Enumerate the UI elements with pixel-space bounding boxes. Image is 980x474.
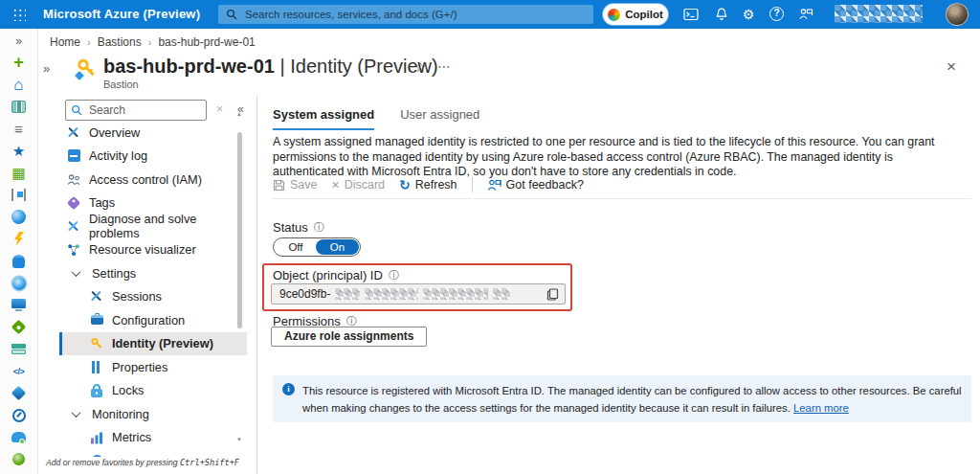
create-resource-icon[interactable]: +	[11, 55, 27, 71]
account-name-redacted[interactable]	[835, 5, 923, 23]
resource-groups-icon[interactable]	[11, 187, 27, 203]
chevron-down-icon	[69, 407, 82, 420]
azure-role-assignments-button[interactable]: Azure role assignments	[271, 327, 427, 347]
app-services-globe-icon[interactable]	[11, 209, 27, 225]
dashboard-icon[interactable]	[11, 99, 27, 115]
close-icon[interactable]: ×	[947, 57, 956, 77]
all-resources-icon[interactable]: ▦	[11, 165, 27, 181]
copy-icon[interactable]	[546, 288, 559, 301]
function-app-lightning-icon[interactable]	[11, 231, 27, 247]
scroll-down-icon[interactable]: ▼	[235, 437, 243, 442]
sidebar-item-logs[interactable]: Logs	[38, 449, 247, 457]
sidebar-item-configuration[interactable]: Configuration	[38, 308, 247, 332]
sidebar-item-resource-visualizer[interactable]: Resource visualizer	[38, 238, 247, 262]
sidebar-item-activity-log[interactable]: Activity log	[38, 145, 247, 169]
description-text: A system assigned managed identity is re…	[273, 135, 947, 180]
sidebar-item-locks[interactable]: Locks	[38, 379, 247, 403]
favorite-star-icon[interactable]: ☆	[414, 59, 427, 75]
menu-items: Overview Activity log Access control (IA…	[38, 121, 247, 457]
favorites-star-icon[interactable]: ★	[11, 143, 27, 159]
sidebar-item-sessions[interactable]: Sessions	[38, 285, 247, 309]
copilot-icon	[608, 9, 620, 21]
global-search-input[interactable]	[218, 5, 593, 24]
toggle-on-option[interactable]: On	[316, 239, 359, 255]
metrics-icon	[90, 431, 103, 444]
page-title: bas-hub-prd-we-01 | Identity (Preview)	[103, 56, 438, 78]
diagnose-icon	[67, 219, 80, 233]
refresh-button[interactable]: ↻ Refresh	[399, 178, 457, 192]
status-toggle[interactable]: Off On	[273, 237, 361, 257]
entra-id-icon[interactable]	[11, 385, 27, 401]
sidebar-section-monitoring[interactable]: Monitoring	[38, 402, 247, 426]
app-title[interactable]: Microsoft Azure (Preview)	[43, 7, 200, 21]
rail-expand-icon[interactable]: »	[11, 33, 27, 49]
settings-gear-icon[interactable]: ⚙	[741, 7, 756, 22]
banner-text: This resource is registered with Microso…	[302, 385, 962, 414]
sidebar-item-overview[interactable]: Overview	[38, 121, 247, 145]
top-bar: Microsoft Azure (Preview) Copilot ⚙ ?	[0, 0, 980, 29]
resource-name: bas-hub-prd-we-01	[103, 56, 275, 77]
breadcrumb: Home › Bastions › bas-hub-prd-we-01	[50, 35, 256, 49]
storage-account-icon[interactable]	[11, 341, 27, 357]
notifications-bell-icon[interactable]	[714, 7, 729, 22]
cloud-shell-icon[interactable]	[683, 7, 699, 22]
breadcrumb-resource[interactable]: bas-hub-prd-we-01	[158, 35, 255, 49]
sql-database-icon[interactable]	[11, 253, 27, 269]
waffle-menu-icon[interactable]	[12, 8, 26, 21]
info-icon[interactable]: ⓘ	[314, 222, 324, 233]
tags-icon	[67, 196, 80, 210]
sidebar-item-metrics[interactable]: Metrics	[38, 426, 247, 450]
got-feedback-button[interactable]: Got feedback?	[487, 178, 584, 192]
info-icon[interactable]: ⓘ	[389, 270, 399, 281]
menu-search-input[interactable]	[65, 100, 207, 121]
sessions-icon	[90, 290, 103, 304]
toggle-off-option[interactable]: Off	[274, 238, 318, 256]
discard-button[interactable]: × Discard	[332, 178, 386, 192]
cosmos-db-icon[interactable]	[11, 275, 27, 291]
sidebar-section-settings[interactable]: Settings	[38, 261, 247, 285]
resource-visualizer-icon	[67, 243, 80, 257]
breadcrumb-bastions[interactable]: Bastions	[98, 35, 142, 49]
all-services-icon[interactable]: ≡	[11, 121, 27, 137]
monitor-gauge-icon[interactable]	[11, 407, 27, 423]
breadcrumb-separator: ›	[87, 36, 91, 48]
learn-more-link[interactable]: Learn more	[793, 402, 849, 414]
clear-search-icon[interactable]: ×	[216, 102, 223, 116]
divider	[273, 198, 971, 199]
sidebar-item-identity[interactable]: Identity (Preview)	[59, 332, 247, 356]
sidebar-item-access-control[interactable]: Access control (IAM)	[38, 168, 247, 192]
context-pane-expand-icon[interactable]: »	[43, 61, 50, 76]
bastion-resource-icon	[73, 56, 99, 82]
configuration-icon	[90, 313, 103, 327]
breadcrumb-home[interactable]: Home	[50, 35, 80, 49]
resource-type-label: Bastion	[103, 79, 139, 90]
advisor-icon[interactable]	[11, 429, 27, 445]
app-gateway-code-icon[interactable]: </>	[11, 363, 27, 379]
object-id-field[interactable]: 9ce0d9fb-	[271, 283, 566, 305]
shortcut-key: Ctrl+Shift+F	[180, 458, 239, 467]
sidebar-item-diagnose[interactable]: Diagnose and solve problems	[38, 214, 247, 238]
feedback-icon[interactable]	[798, 7, 813, 22]
divider	[256, 96, 257, 474]
sidebar-item-properties[interactable]: Properties	[38, 355, 247, 379]
logs-icon	[90, 454, 103, 457]
home-icon[interactable]: ⌂	[11, 77, 27, 93]
load-balancer-icon[interactable]	[11, 319, 27, 335]
security-center-icon[interactable]	[11, 451, 27, 467]
object-id-visible-value: 9ce0d9fb-	[279, 287, 330, 301]
scroll-up-icon[interactable]: ▲	[235, 111, 243, 117]
save-button[interactable]: Save	[273, 178, 318, 192]
virtual-machine-icon[interactable]	[11, 297, 27, 313]
scrollbar-thumb[interactable]	[237, 132, 242, 328]
access-control-icon	[67, 172, 80, 186]
user-avatar[interactable]	[946, 3, 969, 26]
command-bar: Save × Discard ↻ Refresh Got feedback?	[273, 177, 584, 192]
tab-system-assigned[interactable]: System assigned	[273, 107, 374, 130]
tab-user-assigned[interactable]: User assigned	[400, 107, 479, 130]
chevron-down-icon	[69, 266, 82, 280]
help-icon[interactable]: ?	[769, 7, 784, 21]
copilot-button[interactable]: Copilot	[603, 4, 668, 25]
sidebar-scrollbar[interactable]: ▲ ▼	[235, 111, 243, 460]
info-icon[interactable]: ⓘ	[346, 316, 357, 327]
more-options-icon[interactable]: ⋯	[437, 58, 451, 74]
